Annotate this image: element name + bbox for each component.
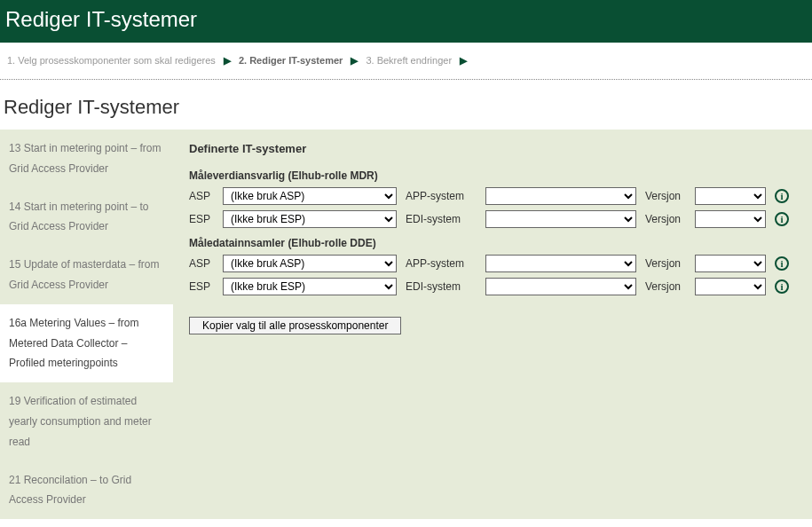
breadcrumb: 1. Velg prosesskomponenter som skal redi… xyxy=(0,43,812,80)
breadcrumb-step-3[interactable]: 3. Bekreft endringer xyxy=(366,55,452,66)
info-icon[interactable]: i xyxy=(775,189,789,203)
dde-app-version-select[interactable] xyxy=(695,255,766,272)
footer-actions: Avbryt Forrige Neste xyxy=(0,519,812,527)
version-label: Versjon xyxy=(645,213,686,225)
sidebar-item-19[interactable]: 19 Verification of estimated yearly cons… xyxy=(0,382,173,460)
asp-label: ASP xyxy=(189,190,214,202)
header-title: Rediger IT-systemer xyxy=(5,7,807,32)
breadcrumb-step-1[interactable]: 1. Velg prosesskomponenter som skal redi… xyxy=(7,55,216,66)
sidebar-item-label: 13 Start in metering point – from Grid A… xyxy=(9,142,161,175)
mdr-edi-version-select[interactable] xyxy=(695,210,766,228)
breadcrumb-step-2[interactable]: 2. Rediger IT-systemer xyxy=(239,55,343,66)
mdr-esp-row: ESP (Ikke bruk ESP) EDI-system Versjon i xyxy=(189,210,796,228)
chevron-right-icon: ▶ xyxy=(351,55,358,66)
content-heading: Definerte IT-systemer xyxy=(189,142,796,155)
mdr-app-system-select[interactable] xyxy=(485,187,636,205)
app-system-label: APP-system xyxy=(406,190,477,202)
chevron-right-icon: ▶ xyxy=(224,55,231,66)
mdr-asp-select[interactable]: (Ikke bruk ASP) xyxy=(223,187,397,205)
page-header: Rediger IT-systemer xyxy=(0,0,812,43)
page-title: Rediger IT-systemer xyxy=(4,96,807,119)
main-layout: 13 Start in metering point – from Grid A… xyxy=(0,130,812,519)
dde-asp-row: ASP (Ikke bruk ASP) APP-system Versjon i xyxy=(189,255,796,272)
app-system-label: APP-system xyxy=(406,257,477,270)
dde-edi-version-select[interactable] xyxy=(695,278,766,295)
sidebar-item-14[interactable]: 14 Start in metering point – to Grid Acc… xyxy=(0,188,173,247)
page-title-block: Rediger IT-systemer xyxy=(0,80,812,130)
sidebar-item-13[interactable]: 13 Start in metering point – from Grid A… xyxy=(0,130,173,188)
esp-label: ESP xyxy=(189,280,214,293)
sidebar-item-16a[interactable]: 16a Metering Values – from Metered Data … xyxy=(0,304,173,382)
info-icon[interactable]: i xyxy=(775,256,789,271)
dde-app-system-select[interactable] xyxy=(485,255,636,272)
content-panel: Definerte IT-systemer Måleverdiansvarlig… xyxy=(173,130,812,519)
sidebar-item-label: 15 Update of masterdata – from Grid Acce… xyxy=(9,258,159,291)
svg-text:i: i xyxy=(780,214,783,224)
dde-edi-system-select[interactable] xyxy=(485,278,636,295)
edi-system-label: EDI-system xyxy=(406,213,477,225)
mdr-app-version-select[interactable] xyxy=(695,187,766,205)
asp-label: ASP xyxy=(189,257,214,270)
svg-text:i: i xyxy=(780,191,783,201)
sidebar: 13 Start in metering point – from Grid A… xyxy=(0,130,173,519)
esp-label: ESP xyxy=(189,213,214,225)
svg-text:i: i xyxy=(780,281,783,292)
mdr-esp-select[interactable]: (Ikke bruk ESP) xyxy=(223,210,397,228)
svg-text:i: i xyxy=(780,258,783,269)
sidebar-item-label: 16a Metering Values – from Metered Data … xyxy=(9,317,139,370)
edi-system-label: EDI-system xyxy=(406,280,477,293)
sidebar-item-label: 19 Verification of estimated yearly cons… xyxy=(9,395,152,448)
sidebar-item-15[interactable]: 15 Update of masterdata – from Grid Acce… xyxy=(0,246,173,304)
mdr-asp-row: ASP (Ikke bruk ASP) APP-system Versjon i xyxy=(189,187,796,205)
dde-esp-select[interactable]: (Ikke bruk ESP) xyxy=(223,278,397,295)
section-title-mdr: Måleverdiansvarlig (Elhub-rolle MDR) xyxy=(189,169,796,182)
dde-esp-row: ESP (Ikke bruk ESP) EDI-system Versjon i xyxy=(189,278,796,295)
dde-asp-select[interactable]: (Ikke bruk ASP) xyxy=(223,255,397,272)
sidebar-item-label: 21 Reconcilation – to Grid Access Provid… xyxy=(9,474,131,507)
info-icon[interactable]: i xyxy=(775,212,789,226)
chevron-right-icon: ▶ xyxy=(460,55,467,66)
version-label: Versjon xyxy=(645,280,686,293)
version-label: Versjon xyxy=(645,190,686,202)
version-label: Versjon xyxy=(645,257,686,270)
info-icon[interactable]: i xyxy=(775,279,789,294)
copy-to-all-button[interactable]: Kopier valg til alle prosesskomponenter xyxy=(189,317,401,334)
sidebar-item-label: 14 Start in metering point – to Grid Acc… xyxy=(9,201,148,233)
mdr-edi-system-select[interactable] xyxy=(485,210,636,228)
sidebar-item-21[interactable]: 21 Reconcilation – to Grid Access Provid… xyxy=(0,461,173,520)
section-title-dde: Måledatainnsamler (Elhub-rolle DDE) xyxy=(189,237,796,249)
